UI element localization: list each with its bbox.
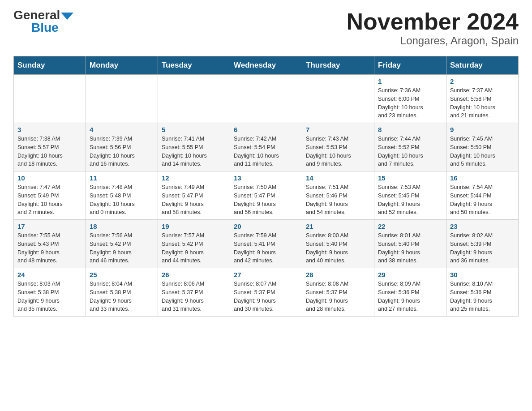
day-info: Sunrise: 7:51 AM Sunset: 5:46 PM Dayligh… (306, 183, 370, 217)
day-number: 7 (306, 126, 370, 133)
weekday-header-wednesday: Wednesday (230, 56, 302, 75)
day-number: 15 (378, 174, 442, 182)
day-info: Sunrise: 8:01 AM Sunset: 5:40 PM Dayligh… (378, 231, 442, 265)
day-info: Sunrise: 7:56 AM Sunset: 5:42 PM Dayligh… (90, 231, 154, 265)
calendar-cell: 9Sunrise: 7:45 AM Sunset: 5:50 PM Daylig… (446, 123, 519, 171)
day-number: 3 (17, 126, 82, 133)
day-number: 25 (90, 271, 154, 278)
logo-triangle-icon (61, 13, 73, 20)
day-info: Sunrise: 8:08 AM Sunset: 5:37 PM Dayligh… (306, 280, 370, 313)
calendar-cell: 7Sunrise: 7:43 AM Sunset: 5:53 PM Daylig… (302, 123, 374, 171)
calendar-week-row: 1Sunrise: 7:36 AM Sunset: 6:00 PM Daylig… (14, 75, 519, 123)
calendar-subtitle: Longares, Aragon, Spain (347, 34, 519, 47)
day-info: Sunrise: 7:43 AM Sunset: 5:53 PM Dayligh… (306, 135, 370, 168)
day-info: Sunrise: 8:10 AM Sunset: 5:36 PM Dayligh… (450, 280, 515, 313)
day-number: 16 (450, 174, 515, 182)
day-info: Sunrise: 8:09 AM Sunset: 5:36 PM Dayligh… (378, 280, 442, 313)
calendar-title-block: November 2024 Longares, Aragon, Spain (347, 9, 519, 47)
day-info: Sunrise: 7:47 AM Sunset: 5:49 PM Dayligh… (17, 183, 82, 217)
day-info: Sunrise: 8:06 AM Sunset: 5:37 PM Dayligh… (162, 280, 226, 313)
day-info: Sunrise: 7:42 AM Sunset: 5:54 PM Dayligh… (234, 135, 298, 168)
weekday-header-row: SundayMondayTuesdayWednesdayThursdayFrid… (14, 56, 519, 75)
day-number: 24 (17, 271, 82, 278)
calendar-cell: 16Sunrise: 7:54 AM Sunset: 5:44 PM Dayli… (446, 171, 519, 220)
day-number: 11 (90, 174, 154, 182)
calendar-cell: 21Sunrise: 8:00 AM Sunset: 5:40 PM Dayli… (302, 220, 374, 268)
day-info: Sunrise: 7:44 AM Sunset: 5:52 PM Dayligh… (378, 135, 442, 168)
weekday-header-saturday: Saturday (446, 56, 519, 75)
calendar-cell: 12Sunrise: 7:49 AM Sunset: 5:47 PM Dayli… (158, 171, 230, 220)
calendar-cell: 20Sunrise: 7:59 AM Sunset: 5:41 PM Dayli… (230, 220, 302, 268)
calendar-cell (302, 75, 374, 123)
day-number: 29 (378, 271, 442, 278)
weekday-header-tuesday: Tuesday (158, 56, 230, 75)
calendar-week-row: 10Sunrise: 7:47 AM Sunset: 5:49 PM Dayli… (14, 171, 519, 220)
day-number: 30 (450, 271, 515, 278)
calendar-cell: 18Sunrise: 7:56 AM Sunset: 5:42 PM Dayli… (86, 220, 158, 268)
weekday-header-monday: Monday (86, 56, 158, 75)
calendar-cell: 4Sunrise: 7:39 AM Sunset: 5:56 PM Daylig… (86, 123, 158, 171)
day-info: Sunrise: 7:53 AM Sunset: 5:45 PM Dayligh… (378, 183, 442, 217)
day-info: Sunrise: 7:49 AM Sunset: 5:47 PM Dayligh… (162, 183, 226, 217)
day-number: 17 (17, 223, 82, 230)
calendar-cell: 6Sunrise: 7:42 AM Sunset: 5:54 PM Daylig… (230, 123, 302, 171)
calendar-week-row: 17Sunrise: 7:55 AM Sunset: 5:43 PM Dayli… (14, 220, 519, 268)
weekday-header-sunday: Sunday (14, 56, 86, 75)
calendar-week-row: 24Sunrise: 8:03 AM Sunset: 5:38 PM Dayli… (14, 268, 519, 317)
calendar-cell (230, 75, 302, 123)
calendar-cell: 1Sunrise: 7:36 AM Sunset: 6:00 PM Daylig… (374, 75, 446, 123)
day-info: Sunrise: 7:36 AM Sunset: 6:00 PM Dayligh… (378, 86, 442, 120)
weekday-header-thursday: Thursday (302, 56, 374, 75)
day-number: 14 (306, 174, 370, 182)
day-info: Sunrise: 7:48 AM Sunset: 5:48 PM Dayligh… (90, 183, 154, 217)
logo: General Blue (13, 9, 73, 34)
calendar-cell (86, 75, 158, 123)
calendar-cell: 15Sunrise: 7:53 AM Sunset: 5:45 PM Dayli… (374, 171, 446, 220)
calendar-cell: 28Sunrise: 8:08 AM Sunset: 5:37 PM Dayli… (302, 268, 374, 317)
calendar-cell: 26Sunrise: 8:06 AM Sunset: 5:37 PM Dayli… (158, 268, 230, 317)
day-number: 9 (450, 126, 515, 133)
day-number: 18 (90, 223, 154, 230)
calendar-table: SundayMondayTuesdayWednesdayThursdayFrid… (13, 56, 519, 317)
calendar-cell (158, 75, 230, 123)
calendar-cell: 13Sunrise: 7:50 AM Sunset: 5:47 PM Dayli… (230, 171, 302, 220)
weekday-header-friday: Friday (374, 56, 446, 75)
calendar-cell: 29Sunrise: 8:09 AM Sunset: 5:36 PM Dayli… (374, 268, 446, 317)
page-header: General Blue November 2024 Longares, Ara… (13, 9, 519, 47)
calendar-cell: 23Sunrise: 8:02 AM Sunset: 5:39 PM Dayli… (446, 220, 519, 268)
logo-blue-text: Blue (31, 21, 59, 34)
day-number: 21 (306, 223, 370, 230)
calendar-cell: 11Sunrise: 7:48 AM Sunset: 5:48 PM Dayli… (86, 171, 158, 220)
day-info: Sunrise: 7:50 AM Sunset: 5:47 PM Dayligh… (234, 183, 298, 217)
calendar-cell: 8Sunrise: 7:44 AM Sunset: 5:52 PM Daylig… (374, 123, 446, 171)
day-number: 28 (306, 271, 370, 278)
calendar-cell: 17Sunrise: 7:55 AM Sunset: 5:43 PM Dayli… (14, 220, 86, 268)
day-info: Sunrise: 8:02 AM Sunset: 5:39 PM Dayligh… (450, 231, 515, 265)
logo-general-text: General (13, 9, 60, 21)
calendar-cell: 19Sunrise: 7:57 AM Sunset: 5:42 PM Dayli… (158, 220, 230, 268)
day-number: 6 (234, 126, 298, 133)
day-number: 2 (450, 77, 515, 85)
calendar-cell: 25Sunrise: 8:04 AM Sunset: 5:38 PM Dayli… (86, 268, 158, 317)
calendar-cell: 27Sunrise: 8:07 AM Sunset: 5:37 PM Dayli… (230, 268, 302, 317)
day-info: Sunrise: 7:38 AM Sunset: 5:57 PM Dayligh… (17, 135, 82, 168)
calendar-cell: 22Sunrise: 8:01 AM Sunset: 5:40 PM Dayli… (374, 220, 446, 268)
day-number: 26 (162, 271, 226, 278)
day-number: 22 (378, 223, 442, 230)
day-number: 20 (234, 223, 298, 230)
day-number: 27 (234, 271, 298, 278)
day-number: 19 (162, 223, 226, 230)
day-info: Sunrise: 7:39 AM Sunset: 5:56 PM Dayligh… (90, 135, 154, 168)
day-number: 10 (17, 174, 82, 182)
day-number: 13 (234, 174, 298, 182)
day-number: 5 (162, 126, 226, 133)
day-info: Sunrise: 7:59 AM Sunset: 5:41 PM Dayligh… (234, 231, 298, 265)
day-number: 23 (450, 223, 515, 230)
calendar-cell: 5Sunrise: 7:41 AM Sunset: 5:55 PM Daylig… (158, 123, 230, 171)
day-info: Sunrise: 7:55 AM Sunset: 5:43 PM Dayligh… (17, 231, 82, 265)
calendar-cell: 24Sunrise: 8:03 AM Sunset: 5:38 PM Dayli… (14, 268, 86, 317)
calendar-title: November 2024 (347, 9, 519, 34)
calendar-cell: 10Sunrise: 7:47 AM Sunset: 5:49 PM Dayli… (14, 171, 86, 220)
day-info: Sunrise: 7:37 AM Sunset: 5:58 PM Dayligh… (450, 86, 515, 120)
calendar-cell: 3Sunrise: 7:38 AM Sunset: 5:57 PM Daylig… (14, 123, 86, 171)
